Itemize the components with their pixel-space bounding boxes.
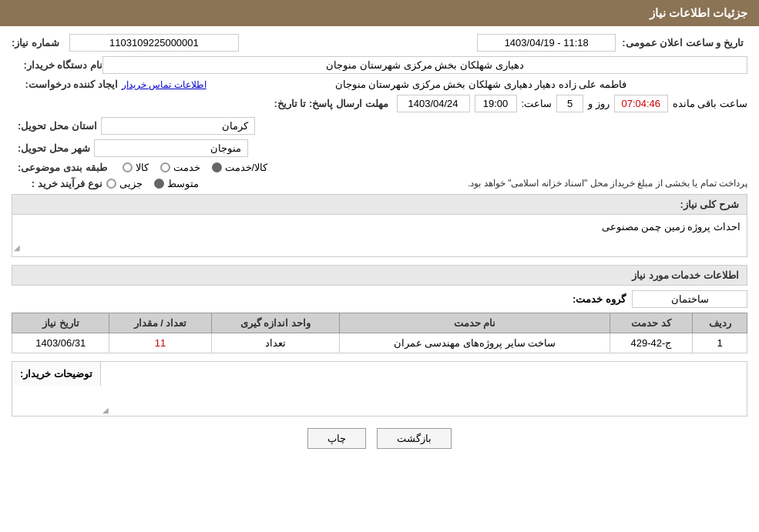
navoe-label: نوع فرآیند خرید : <box>18 178 102 189</box>
countdown-value: 07:04:46 <box>614 95 668 112</box>
resize-icon-sharh: ◢ <box>14 243 20 252</box>
tarikhe-row: تاریخ و ساعت اعلان عمومی: 1403/04/19 - 1… <box>477 34 747 52</box>
page-title: جزئیات اطلاعات نیاز <box>650 6 747 19</box>
button-row: بازگشت چاپ <box>12 428 747 449</box>
radio-khadamat[interactable]: خدمت <box>160 162 200 173</box>
col-count: تعداد / مقدار <box>109 313 211 333</box>
navoe-options: متوسط جزیی <box>106 178 199 189</box>
ostan-row: کرمان استان محل تحویل: <box>12 117 747 135</box>
ijad-label: ایجاد کننده درخواست: <box>18 79 118 90</box>
content-area: تاریخ و ساعت اعلان عمومی: 1403/04/19 - 1… <box>0 26 759 468</box>
sharh-value: احداث پروژه زمین چمن مصنوعی <box>602 221 741 233</box>
print-button[interactable]: چاپ <box>307 428 366 449</box>
table-header-row: ردیف کد حدمت نام حدمت واحد اندازه گیری ت… <box>12 313 747 333</box>
back-button[interactable]: بازگشت <box>377 428 452 449</box>
nam-dasgah-row: دهیاری شهلکان بخش مرکزی شهرستان منوجان ن… <box>12 56 747 74</box>
sharh-section-header: شرح کلی نیاز: <box>12 194 747 215</box>
radio-kala-circle[interactable] <box>123 162 133 172</box>
shahr-row: منوجان شهر محل تحویل: <box>12 139 747 157</box>
cell-radif: 1 <box>693 333 747 353</box>
sharh-row: احداث پروژه زمین چمن مصنوعی ◢ <box>12 215 747 257</box>
radio-kala[interactable]: کالا <box>123 162 149 173</box>
navoe-note: پرداخت تمام یا بخشی از مبلغ خریداز محل "… <box>207 178 747 189</box>
ostan-value: کرمان <box>101 117 255 135</box>
cell-date: 1403/06/31 <box>12 333 109 353</box>
shahr-label: شهر محل تحویل: <box>18 142 90 154</box>
radio-kala-khadamat-label: کالا/خدمت <box>225 162 268 173</box>
cell-unit: تعداد <box>211 333 340 353</box>
mohlet-date: 1403/04/24 <box>397 95 470 112</box>
mohlet-label: مهلت ارسال پاسخ: تا تاریخ: <box>274 98 388 109</box>
page-wrapper: جزئیات اطلاعات نیاز تاریخ و ساعت اعلان ع… <box>0 0 759 532</box>
nam-dasgah-value: دهیاری شهلکان بخش مرکزی شهرستان منوجان <box>102 56 747 74</box>
grohe-label: گروه خدمت: <box>573 293 626 305</box>
contact-link[interactable]: اطلاعات تماس خریدار <box>122 79 207 90</box>
mohlet-right: ساعت باقی مانده 07:04:46 روز و 5 ساعت: 1… <box>274 95 747 112</box>
col-radif: ردیف <box>693 313 747 333</box>
services-section-header: اطلاعات خدمات مورد نیاز <box>12 265 747 286</box>
radio-motavaset[interactable]: متوسط <box>154 178 199 189</box>
shemare-value: 1103109225000001 <box>69 34 239 52</box>
grohe-row: ساختمان گروه خدمت: <box>12 290 747 308</box>
col-unit: واحد اندازه گیری <box>211 313 340 333</box>
days-value: 5 <box>556 95 583 112</box>
services-table: ردیف کد حدمت نام حدمت واحد اندازه گیری ت… <box>12 313 747 353</box>
buyer-notes-content: ◢ <box>101 362 747 416</box>
buyer-notes-row: ◢ توضیحات خریدار: <box>12 361 747 417</box>
tabagheh-row: کالا/خدمت خدمت کالا طبقه بندی موضوعی: <box>12 162 747 173</box>
mohlet-row: ساعت باقی مانده 07:04:46 روز و 5 ساعت: 1… <box>12 95 747 112</box>
shemare-label: شماره نیاز: <box>12 37 59 49</box>
time-label: ساعت: <box>522 98 552 109</box>
cell-count: 11 <box>109 333 211 353</box>
radio-jozii[interactable]: جزیی <box>106 178 143 189</box>
ijad-value: فاطمه علی زاده دهیار دهیاری شهلکان بخش م… <box>214 79 747 90</box>
ijad-row: فاطمه علی زاده دهیار دهیاری شهلکان بخش م… <box>12 79 747 90</box>
radio-kala-khadamat[interactable]: کالا/خدمت <box>212 162 268 173</box>
cell-code: ج-42-429 <box>610 333 693 353</box>
radio-khadamat-circle[interactable] <box>160 162 170 172</box>
tarikhe-label: تاریخ و ساعت اعلان عمومی: <box>622 37 744 49</box>
cell-name: ساخت سایر پروژه‌های مهندسی عمران <box>340 333 610 353</box>
table-row: 1 ج-42-429 ساخت سایر پروژه‌های مهندسی عم… <box>12 333 747 353</box>
radio-motavaset-label: متوسط <box>167 178 199 189</box>
ostan-label: استان محل تحویل: <box>18 120 97 132</box>
tabagheh-label: طبقه بندی موضوعی: <box>18 162 107 173</box>
navoe-row: پرداخت تمام یا بخشی از مبلغ خریداز محل "… <box>12 178 747 189</box>
radio-jozii-label: جزیی <box>119 178 143 189</box>
sharh-text: احداث پروژه زمین چمن مصنوعی ◢ <box>12 215 747 253</box>
buyer-notes-label: توضیحات خریدار: <box>12 362 101 386</box>
radio-khadamat-label: خدمت <box>173 162 200 173</box>
shemare-row: 1103109225000001 شماره نیاز: <box>12 34 239 52</box>
col-name: نام حدمت <box>340 313 610 333</box>
radio-kala-label: کالا <box>136 162 149 173</box>
radio-jozii-circle[interactable] <box>106 179 116 189</box>
nam-dasgah-label: نام دستگاه خریدار: <box>18 59 102 71</box>
countdown-label: ساعت باقی مانده <box>673 98 747 109</box>
col-code: کد حدمت <box>610 313 693 333</box>
page-header: جزئیات اطلاعات نیاز <box>0 0 759 26</box>
col-date: تاریخ نیاز <box>12 313 109 333</box>
day-label: روز و <box>588 98 610 109</box>
radio-kala-khadamat-circle[interactable] <box>212 162 222 172</box>
resize-icon-notes: ◢ <box>102 406 109 414</box>
tarikhe-value: 1403/04/19 - 11:18 <box>477 34 616 52</box>
grohe-value: ساختمان <box>632 290 747 308</box>
radio-motavaset-circle[interactable] <box>154 179 164 189</box>
shahr-value: منوجان <box>94 139 248 157</box>
mohlet-time: 19:00 <box>475 95 517 112</box>
